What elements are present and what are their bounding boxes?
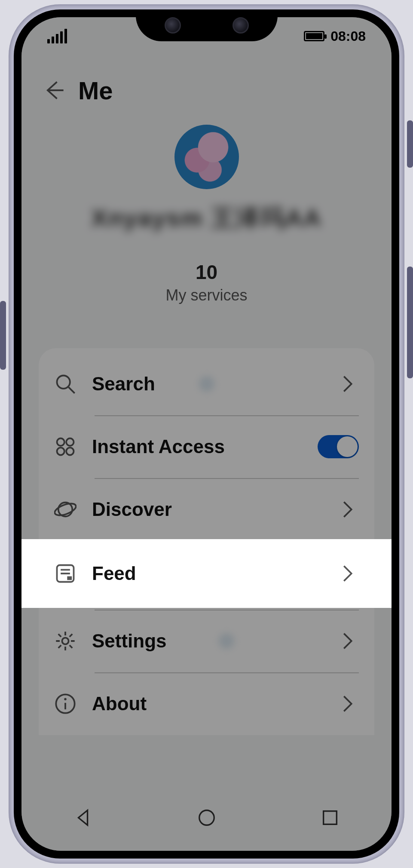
svg-point-0 xyxy=(57,376,70,389)
menu-item-feed[interactable]: Feed xyxy=(21,539,392,608)
svg-point-7 xyxy=(62,638,68,644)
svg-point-9 xyxy=(64,698,66,700)
apps-grid-icon xyxy=(54,436,76,458)
phone-side-button-left xyxy=(0,301,6,370)
menu-item-about[interactable]: About xyxy=(39,672,374,735)
menu-item-search[interactable]: Search xyxy=(39,353,374,415)
battery-icon xyxy=(304,31,324,41)
chevron-right-icon xyxy=(337,562,359,585)
menu-item-label: Discover xyxy=(92,499,321,520)
front-camera-icon xyxy=(233,17,249,34)
menu-item-label: About xyxy=(92,693,321,715)
chevron-right-icon xyxy=(337,498,359,521)
profile-section: Xnyaysm 王泽玛AA 10 My services xyxy=(21,125,392,304)
nav-recent-icon[interactable] xyxy=(320,808,340,829)
info-icon xyxy=(54,693,76,715)
nav-back-icon[interactable] xyxy=(73,808,93,829)
svg-point-3 xyxy=(57,448,64,455)
instant-access-toggle[interactable] xyxy=(318,435,359,458)
my-services-count[interactable]: 10 xyxy=(196,261,217,284)
menu-item-label: Instant Access xyxy=(92,436,302,457)
front-camera-icon xyxy=(165,17,181,34)
menu-item-instant-access: Instant Access xyxy=(39,415,374,478)
nav-home-icon[interactable] xyxy=(197,808,217,829)
page-title: Me xyxy=(78,76,113,105)
phone-notch xyxy=(136,9,278,41)
avatar[interactable] xyxy=(174,125,239,189)
svg-rect-11 xyxy=(67,577,72,580)
phone-bezel: 08:08 Me Xnyaysm 王泽玛AA 10 My services xyxy=(14,9,399,859)
phone-side-button-volume xyxy=(407,267,413,378)
android-nav-bar xyxy=(21,795,392,842)
username: Xnyaysm 王泽玛AA xyxy=(91,202,321,235)
svg-point-2 xyxy=(66,439,73,446)
svg-point-1 xyxy=(57,439,64,446)
phone-screen: 08:08 Me Xnyaysm 王泽玛AA 10 My services xyxy=(21,17,392,851)
search-icon xyxy=(54,373,76,395)
signal-icon xyxy=(47,29,67,43)
svg-point-6 xyxy=(54,501,76,518)
svg-rect-13 xyxy=(323,811,337,825)
chevron-right-icon xyxy=(337,693,359,715)
chevron-right-icon xyxy=(337,630,359,652)
planet-icon xyxy=(54,498,76,521)
menu-item-settings[interactable]: Settings xyxy=(39,610,374,672)
blurred-indicator-icon xyxy=(199,376,214,392)
my-services-label: My services xyxy=(165,286,247,304)
svg-point-4 xyxy=(66,448,73,455)
clock: 08:08 xyxy=(330,28,366,44)
feed-icon xyxy=(54,562,76,585)
chevron-right-icon xyxy=(337,373,359,395)
phone-frame: 08:08 Me Xnyaysm 王泽玛AA 10 My services xyxy=(9,4,404,864)
svg-point-12 xyxy=(199,810,214,825)
phone-side-button-power xyxy=(407,120,413,168)
gear-icon xyxy=(54,630,76,652)
menu-item-label: Feed xyxy=(92,563,321,584)
blurred-indicator-icon xyxy=(219,633,234,649)
menu-item-label: Settings xyxy=(92,630,321,652)
app-bar: Me xyxy=(21,60,392,120)
back-icon[interactable] xyxy=(43,79,65,101)
menu-item-discover[interactable]: Discover xyxy=(39,478,374,541)
